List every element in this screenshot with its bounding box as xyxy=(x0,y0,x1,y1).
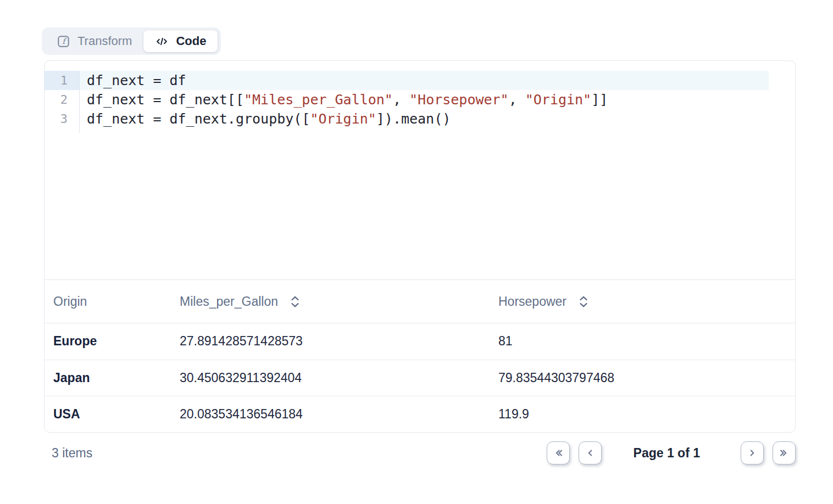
cell-value: 119.9 xyxy=(490,407,795,422)
code-line[interactable]: df_next = df_next.groupby(["Origin"]).me… xyxy=(80,109,795,128)
table-row: Japan30.45063291139240479.83544303797468 xyxy=(45,360,795,396)
code-and-result-panel: 123 df_next = dfdf_next = df_next[["Mile… xyxy=(44,60,796,433)
code-token: df_next = df xyxy=(87,72,186,88)
cell-origin: USA xyxy=(45,407,171,422)
page-indicator: Page 1 of 1 xyxy=(634,446,700,461)
table-row: Europe27.89142857142857381 xyxy=(45,323,795,360)
table-header-row: OriginMiles_per_GallonHorsepower xyxy=(45,280,795,323)
code-editor[interactable]: 123 df_next = dfdf_next = df_next[["Mile… xyxy=(45,61,795,280)
previous-page-button[interactable] xyxy=(579,441,602,464)
string-token: "Origin" xyxy=(525,92,591,108)
view-tabbar: f Transform Code xyxy=(42,27,221,55)
items-count: 3 items xyxy=(44,446,92,461)
table-footer: 3 items Page 1 of 1 xyxy=(44,440,796,466)
table-body: Europe27.89142857142857381Japan30.450632… xyxy=(45,323,795,433)
code-icon xyxy=(155,35,169,48)
cell-value: 30.450632911392404 xyxy=(171,371,490,385)
svg-text:f: f xyxy=(62,37,67,46)
line-number-gutter: 123 xyxy=(45,71,80,133)
code-line[interactable]: df_next = df_next[["Miles_per_Gallon", "… xyxy=(80,90,795,109)
column-header-miles_per_gallon[interactable]: Miles_per_Gallon xyxy=(171,280,490,323)
cell-value: 27.891428571428573 xyxy=(171,334,490,349)
tab-code-label: Code xyxy=(176,34,206,48)
code-content[interactable]: df_next = dfdf_next = df_next[["Miles_pe… xyxy=(80,71,795,133)
column-header-horsepower[interactable]: Horsepower xyxy=(490,280,795,323)
string-token: "Origin" xyxy=(310,111,376,127)
line-number: 2 xyxy=(45,90,79,109)
cell-origin: Europe xyxy=(45,334,171,349)
string-token: "Horsepower" xyxy=(409,92,509,108)
chevron-right-icon xyxy=(746,447,758,459)
cell-value: 81 xyxy=(490,334,795,349)
code-scroll-area: 123 df_next = dfdf_next = df_next[["Mile… xyxy=(45,71,795,133)
chevron-left-icon xyxy=(584,447,596,459)
code-token: , xyxy=(393,92,409,108)
column-header-label: Origin xyxy=(53,294,87,309)
line-number: 3 xyxy=(45,109,79,128)
cell-value: 20.083534136546184 xyxy=(171,407,490,422)
code-token: df_next = df_next.groupby([ xyxy=(87,111,310,127)
string-token: "Miles_per_Gallon" xyxy=(244,92,393,108)
code-token: , xyxy=(509,92,525,108)
first-page-button[interactable] xyxy=(547,441,570,464)
tab-transform[interactable]: f Transform xyxy=(45,30,143,52)
line-number: 1 xyxy=(45,71,79,90)
code-token: ]).mean() xyxy=(376,111,451,127)
last-page-button[interactable] xyxy=(773,441,796,464)
next-page-button[interactable] xyxy=(741,441,764,464)
sort-icon xyxy=(290,295,300,308)
function-icon: f xyxy=(57,35,70,48)
column-header-label: Miles_per_Gallon xyxy=(180,294,278,309)
cell-value: 79.83544303797468 xyxy=(490,371,795,385)
code-token: ]] xyxy=(591,92,608,108)
pagination: Page 1 of 1 xyxy=(547,441,796,464)
cell-origin: Japan xyxy=(45,371,171,385)
sort-icon xyxy=(579,295,588,308)
table-row: USA20.083534136546184119.9 xyxy=(45,396,795,433)
column-header-label: Horsepower xyxy=(498,294,567,309)
double-chevron-right-icon xyxy=(778,447,790,459)
double-chevron-left-icon xyxy=(552,447,564,459)
code-token: df_next = df_next[[ xyxy=(87,92,244,108)
tab-code[interactable]: Code xyxy=(143,30,218,52)
tab-transform-label: Transform xyxy=(77,34,132,48)
code-line[interactable]: df_next = df xyxy=(80,71,769,90)
column-header-origin: Origin xyxy=(45,280,171,323)
